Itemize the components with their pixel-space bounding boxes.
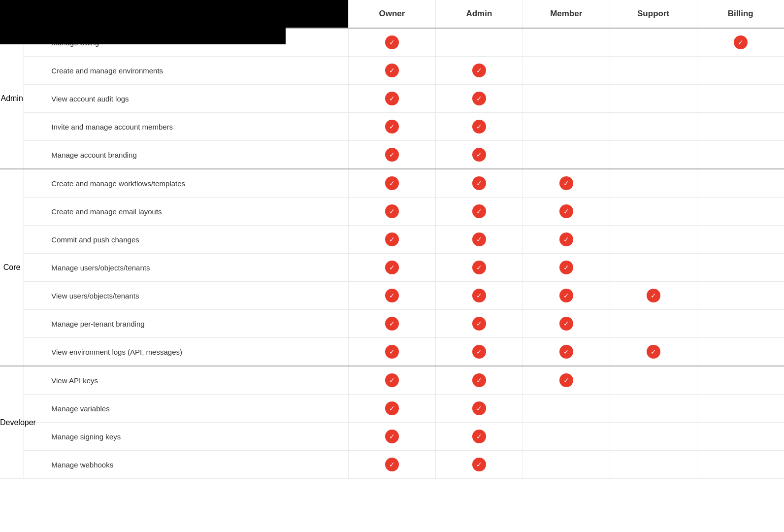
check-icon: ✓: [472, 176, 486, 190]
check-icon: ✓: [385, 148, 399, 162]
check-icon: ✓: [385, 345, 399, 359]
check-icon: ✓: [472, 373, 486, 387]
check-admin: ✓: [435, 57, 523, 85]
check-icon: ✓: [385, 317, 399, 331]
check-support: [610, 57, 697, 85]
feature-cell: Create and manage environments: [24, 57, 349, 85]
check-icon: ✓: [385, 373, 399, 387]
check-owner: ✓: [349, 310, 436, 338]
check-owner: ✓: [349, 113, 436, 141]
check-owner: ✓: [349, 254, 436, 282]
check-billing: ✓: [697, 28, 784, 57]
check-billing: [697, 423, 784, 451]
check-admin: ✓: [435, 423, 523, 451]
check-icon: ✓: [559, 345, 573, 359]
check-icon: ✓: [472, 317, 486, 331]
check-icon: ✓: [559, 176, 573, 190]
check-member: ✓: [523, 282, 610, 310]
col-billing: Billing: [697, 0, 784, 28]
feature-cell: Create and manage workflows/templates: [24, 169, 349, 198]
check-member: ✓: [523, 366, 610, 395]
check-admin: ✓: [435, 198, 523, 226]
check-admin: ✓: [435, 451, 523, 479]
check-member: [523, 141, 610, 169]
check-member: ✓: [523, 198, 610, 226]
check-owner: ✓: [349, 28, 436, 57]
check-billing: [697, 451, 784, 479]
section-label-core: Core: [0, 169, 24, 366]
check-icon: ✓: [385, 401, 399, 415]
check-icon: ✓: [385, 430, 399, 443]
check-support: [610, 226, 697, 254]
check-member: [523, 113, 610, 141]
check-support: [610, 198, 697, 226]
check-icon: ✓: [385, 204, 399, 218]
check-icon: ✓: [647, 345, 660, 359]
check-icon: ✓: [472, 261, 486, 274]
check-billing: [697, 395, 784, 423]
check-admin: ✓: [435, 85, 523, 113]
check-admin: ✓: [435, 366, 523, 395]
feature-cell: Invite and manage account members: [24, 113, 349, 141]
check-member: [523, 28, 610, 57]
check-owner: ✓: [349, 169, 436, 198]
feature-cell: View environment logs (API, messages): [24, 338, 349, 366]
check-icon: ✓: [385, 233, 399, 246]
check-owner: ✓: [349, 57, 436, 85]
feature-cell: Commit and push changes: [24, 226, 349, 254]
check-support: [610, 113, 697, 141]
check-admin: ✓: [435, 169, 523, 198]
check-billing: [697, 141, 784, 169]
check-admin: ✓: [435, 226, 523, 254]
check-icon: ✓: [559, 233, 573, 246]
check-member: ✓: [523, 310, 610, 338]
check-admin: ✓: [435, 338, 523, 366]
check-admin: [435, 28, 523, 57]
check-icon: ✓: [472, 204, 486, 218]
check-support: [610, 395, 697, 423]
check-icon: ✓: [385, 120, 399, 133]
check-admin: ✓: [435, 113, 523, 141]
check-billing: [697, 310, 784, 338]
col-member: Member: [523, 0, 610, 28]
check-owner: ✓: [349, 395, 436, 423]
check-owner: ✓: [349, 282, 436, 310]
check-icon: ✓: [472, 289, 486, 302]
check-owner: ✓: [349, 198, 436, 226]
check-icon: ✓: [385, 64, 399, 77]
check-member: ✓: [523, 169, 610, 198]
header-black-bar: [0, 0, 286, 44]
check-member: [523, 57, 610, 85]
check-icon: ✓: [472, 458, 486, 471]
check-owner: ✓: [349, 226, 436, 254]
check-icon: ✓: [385, 176, 399, 190]
page-container: Owner Admin Member Support Billing Admin…: [0, 0, 784, 479]
check-support: ✓: [610, 338, 697, 366]
check-icon: ✓: [385, 35, 399, 49]
col-support: Support: [610, 0, 697, 28]
check-icon: ✓: [385, 92, 399, 105]
check-icon: ✓: [385, 289, 399, 302]
check-admin: ✓: [435, 254, 523, 282]
col-owner: Owner: [349, 0, 436, 28]
check-billing: [697, 226, 784, 254]
check-icon: ✓: [472, 92, 486, 105]
check-member: [523, 423, 610, 451]
feature-cell: Manage per-tenant branding: [24, 310, 349, 338]
check-member: ✓: [523, 254, 610, 282]
check-icon: ✓: [734, 35, 748, 49]
check-icon: ✓: [559, 261, 573, 274]
check-member: ✓: [523, 226, 610, 254]
check-owner: ✓: [349, 85, 436, 113]
check-icon: ✓: [472, 233, 486, 246]
check-billing: [697, 85, 784, 113]
check-billing: [697, 282, 784, 310]
section-label-developer: Developer: [0, 366, 24, 479]
check-support: [610, 141, 697, 169]
feature-cell: Create and manage email layouts: [24, 198, 349, 226]
check-billing: [697, 338, 784, 366]
feature-cell: View users/objects/tenants: [24, 282, 349, 310]
check-support: [610, 423, 697, 451]
feature-cell: View account audit logs: [24, 85, 349, 113]
check-member: ✓: [523, 338, 610, 366]
